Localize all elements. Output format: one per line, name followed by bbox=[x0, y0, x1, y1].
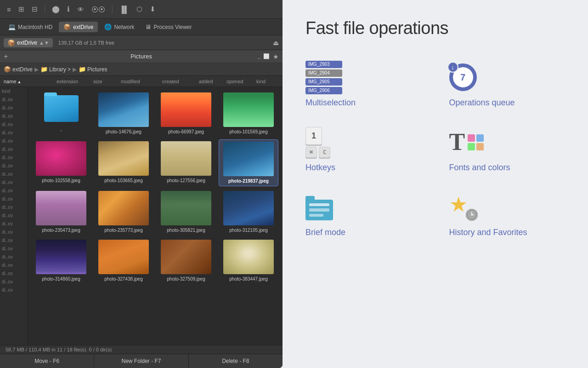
drive-icon: 📦 bbox=[7, 39, 15, 46]
features-grid: IMG_2903 IMG_2904 IMG_2905 IMG_2906 Mult… bbox=[305, 61, 565, 237]
ms-bar-selected-1: IMG_2903 bbox=[305, 61, 342, 68]
feature-hotkeys: 1 ⌘ C Hotkeys bbox=[305, 126, 422, 172]
new-folder-button[interactable]: New Folder - F7 bbox=[94, 354, 188, 368]
file-item-photo127556[interactable]: photo-127556.jpeg bbox=[156, 139, 216, 186]
panel-header: + Pictures _ ⬜ ★ bbox=[0, 50, 283, 63]
col-created[interactable]: created bbox=[160, 79, 197, 84]
kind-item: di..ov bbox=[0, 195, 27, 203]
kind-item: di..ov bbox=[0, 286, 27, 294]
kind-item: di..ov bbox=[0, 178, 27, 186]
breadcrumb-item-extdrive[interactable]: 📦 extDrive bbox=[4, 66, 33, 73]
file-grid[interactable]: .. photo-14676.jpeg photo-66997.jpeg pho… bbox=[28, 87, 283, 345]
grid-view-icon[interactable]: ⊟ bbox=[30, 4, 39, 15]
file-item-photo219837[interactable]: photo-219837.jpeg bbox=[219, 139, 278, 186]
tab-network[interactable]: 🌐 Network bbox=[100, 22, 139, 32]
history-favorites-icon-area: ★ bbox=[449, 191, 565, 223]
tabs-bar: 💻 Macintosh HD 📦 extDrive 🌐 Network 🖥 Pr… bbox=[0, 19, 283, 35]
drive-selector[interactable]: 📦 extDrive ▲▼ bbox=[4, 38, 53, 47]
columns-icon[interactable]: ▐▌ bbox=[118, 4, 130, 15]
status-text: 58,7 MB / 110,4 MB in 11 / 18 file(s). 0… bbox=[6, 347, 112, 352]
photo-thumbnail-312105 bbox=[223, 191, 274, 225]
ms-bar-selected-3: IMG_2905 bbox=[305, 78, 342, 86]
photo-thumbnail-66997 bbox=[161, 92, 211, 127]
grid-row-4: photo-314860.jpeg photo-327438.jpeg phot… bbox=[31, 238, 279, 284]
file-name-305821: photo-305821.jpeg bbox=[167, 227, 205, 233]
info-icon[interactable]: ℹ bbox=[66, 4, 71, 15]
network-icon: 🌐 bbox=[104, 23, 112, 30]
kind-item: di..ov bbox=[0, 228, 27, 236]
expand-panel-icon[interactable]: ⬜ bbox=[263, 53, 270, 59]
color-sq-green bbox=[468, 143, 475, 150]
feature-ops-queue: ↓ 7 Operations queue bbox=[449, 61, 565, 108]
list-view-icon[interactable]: ⊞ bbox=[17, 4, 26, 15]
col-added[interactable]: added bbox=[197, 79, 225, 84]
col-extension[interactable]: extension bbox=[55, 79, 91, 84]
ms-bar-2: IMG_2904 bbox=[305, 69, 342, 77]
minimize-panel-icon[interactable]: _ bbox=[258, 53, 260, 59]
toolbar-divider-2 bbox=[112, 5, 113, 13]
kind-item: di..ov bbox=[0, 269, 27, 277]
bottom-bar: Move - F6 New Folder - F7 Delete - F8 bbox=[0, 354, 283, 368]
col-name[interactable]: name▲ bbox=[2, 79, 55, 84]
col-opened[interactable]: opened bbox=[225, 79, 254, 84]
file-item-folder[interactable]: .. bbox=[31, 91, 91, 137]
breadcrumb-arrow-1: ▶ bbox=[34, 66, 39, 73]
tab-macintosh-hd[interactable]: 💻 Macintosh HD bbox=[4, 22, 57, 32]
process-icon: 🖥 bbox=[145, 23, 151, 30]
breadcrumb-item-library[interactable]: 📁 Library > bbox=[40, 66, 71, 73]
brief-mode-label: Brief mode bbox=[305, 228, 422, 237]
file-name-127556: photo-127556.jpeg bbox=[167, 178, 205, 184]
kind-item: di..ov bbox=[0, 137, 27, 145]
photo-thumbnail-235773 bbox=[98, 191, 149, 225]
kind-item: di..ov bbox=[0, 170, 27, 178]
file-item-photo327438[interactable]: photo-327438.jpeg bbox=[94, 238, 153, 284]
col-size[interactable]: size bbox=[91, 79, 119, 84]
binoculars-icon[interactable]: ⦿⦿ bbox=[90, 4, 107, 15]
ops-download-icon: ↓ bbox=[447, 62, 458, 73]
breadcrumb-item-pictures[interactable]: 📁 Pictures bbox=[79, 66, 107, 73]
ms-bar-selected-4: IMG_2906 bbox=[305, 87, 342, 94]
menu-icon[interactable]: ≡ bbox=[6, 4, 12, 15]
file-item-photo66997[interactable]: photo-66997.jpeg bbox=[156, 91, 216, 137]
kind-item: di..ov bbox=[0, 203, 27, 211]
file-item-photo102558[interactable]: photo-102558.jpeg bbox=[31, 139, 91, 186]
delete-button[interactable]: Delete - F8 bbox=[189, 354, 283, 368]
history-favorites-icon: ★ bbox=[449, 192, 479, 222]
file-item-photo383447[interactable]: photo-383447.jpeg bbox=[219, 238, 278, 284]
color-sq-pink bbox=[468, 134, 475, 142]
col-modified[interactable]: modified bbox=[119, 79, 160, 84]
multiselect-icon: IMG_2903 IMG_2904 IMG_2905 IMG_2906 bbox=[305, 61, 342, 94]
multiselection-label: Multiselection bbox=[305, 98, 422, 108]
file-item-photo314860[interactable]: photo-314860.jpeg bbox=[31, 238, 91, 284]
file-item-photo101569[interactable]: photo-101569.jpeg bbox=[219, 91, 278, 137]
eject-icon[interactable]: ⏏ bbox=[273, 39, 279, 46]
preview-icon[interactable]: 👁 bbox=[76, 4, 85, 15]
kind-item: di..ov bbox=[0, 186, 27, 195]
file-item-photo305821[interactable]: photo-305821.jpeg bbox=[156, 189, 216, 235]
feature-multiselection: IMG_2903 IMG_2904 IMG_2905 IMG_2906 Mult… bbox=[305, 61, 422, 108]
kind-item: di..ov bbox=[0, 211, 27, 219]
column-headers: name▲ extension size modified created ad… bbox=[0, 76, 283, 87]
hex-icon[interactable]: ⬡ bbox=[135, 4, 144, 15]
file-item-photo312105[interactable]: photo-312105.jpeg bbox=[219, 189, 278, 235]
file-item-photo327509[interactable]: photo-327509.jpeg bbox=[156, 238, 216, 284]
add-panel-button[interactable]: + bbox=[4, 52, 8, 61]
col-kind[interactable]: kind bbox=[254, 79, 281, 84]
address-bar: 📦 extDrive ▲▼ 139,17 GB of 1,5 TB free ⏏ bbox=[0, 35, 283, 50]
file-item-photo14676[interactable]: photo-14676.jpeg bbox=[94, 91, 153, 137]
breadcrumb: 📦 extDrive ▶ 📁 Library > ▶ 📁 Pictures bbox=[0, 63, 283, 76]
file-name-66997: photo-66997.jpeg bbox=[168, 129, 204, 135]
file-item-photo103665[interactable]: photo-103665.jpeg bbox=[94, 139, 153, 186]
file-item-photo235473[interactable]: photo-235473.jpeg bbox=[31, 189, 91, 235]
drive-arrow-icon: ▲▼ bbox=[39, 40, 49, 46]
fonts-t-letter: T bbox=[449, 130, 465, 154]
download-icon[interactable]: ⬇ bbox=[148, 4, 157, 15]
tab-extdrive[interactable]: 📦 extDrive bbox=[59, 22, 98, 32]
move-button[interactable]: Move - F6 bbox=[0, 354, 94, 368]
ms-row-3: IMG_2905 bbox=[305, 78, 342, 86]
color-sq-orange bbox=[476, 143, 484, 150]
file-item-photo235773[interactable]: photo-235773.jpeg bbox=[94, 189, 153, 235]
toggle-icon[interactable]: ⬤ bbox=[51, 4, 61, 15]
favorites-star-icon[interactable]: ★ bbox=[273, 53, 279, 60]
tab-process-viewer[interactable]: 🖥 Process Viewer bbox=[141, 22, 196, 32]
